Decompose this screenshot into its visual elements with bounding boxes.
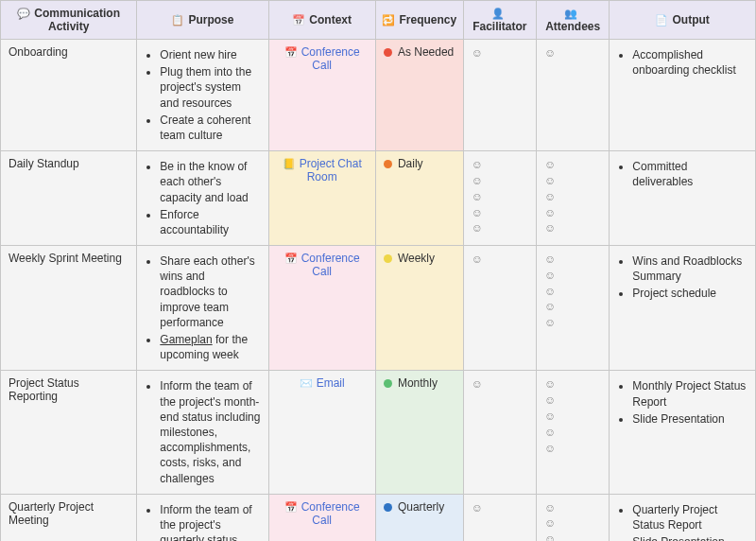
avatar-placeholder-icon: ☺ xyxy=(544,409,601,425)
output-cell: Wins and Roadblocks SummaryProject sched… xyxy=(610,246,756,371)
avatar-placeholder-icon: ☺ xyxy=(544,173,601,189)
header-context: 📅Context xyxy=(268,1,375,40)
conference-icon: 📅 xyxy=(284,46,298,58)
context-label: Project Chat Room xyxy=(300,157,362,183)
context-link[interactable]: 📒Project Chat Room xyxy=(277,157,368,183)
list-item: Plug them into the project's system and … xyxy=(160,64,260,111)
context-link[interactable]: 📅Conference Call xyxy=(277,500,368,527)
output-cell: Committed deliverables xyxy=(610,151,756,246)
avatar-placeholder-icon: ☺ xyxy=(472,500,528,516)
facilitator-cell: ☺ xyxy=(463,371,536,494)
attendees-cell: ☺☺☺☺☺ xyxy=(537,246,610,371)
activity-cell: Project Status Reporting xyxy=(1,371,137,494)
communication-matrix-table: 💬Communication Activity 📋Purpose 📅Contex… xyxy=(0,0,756,541)
avatar-placeholder-icon: ☺ xyxy=(472,205,528,221)
purpose-cell: Inform the team of the project's quarter… xyxy=(137,494,268,541)
purpose-cell: Be in the know of each other's capacity … xyxy=(137,151,268,246)
email-icon: ✉️ xyxy=(300,377,313,389)
context-cell: 📅Conference Call xyxy=(268,40,375,151)
avatar-placeholder-icon: ☺ xyxy=(544,532,601,541)
list-item: Enforce accountability xyxy=(160,207,260,237)
avatar-placeholder-icon: ☺ xyxy=(544,205,601,221)
frequency-dot-icon xyxy=(384,503,392,512)
context-cell: ✉️Email xyxy=(268,371,375,494)
header-facilitator: 👤Facilitator xyxy=(463,1,536,40)
avatar-placeholder-icon: ☺ xyxy=(544,284,601,300)
list-item: Create a coherent team culture xyxy=(160,113,260,143)
person-icon: 👤 xyxy=(491,8,505,19)
context-label: Conference Call xyxy=(301,45,360,72)
attendees-cell: ☺☺☺☺☺ xyxy=(537,371,610,494)
table-row: Weekly Sprint MeetingShare each other's … xyxy=(1,246,756,371)
attendees-cell: ☺☺☺☺☺ xyxy=(537,494,610,541)
context-link[interactable]: 📅Conference Call xyxy=(277,252,368,278)
frequency-cell: Weekly xyxy=(375,246,463,371)
list-item: Orient new hire xyxy=(160,47,260,62)
frequency-label: Weekly xyxy=(398,252,435,265)
table-row: OnboardingOrient new hirePlug them into … xyxy=(1,40,756,151)
frequency-dot-icon xyxy=(384,48,392,57)
attendees-cell: ☺ xyxy=(537,40,610,151)
list-item: Quarterly Project Status Report xyxy=(632,502,747,532)
context-label: Email xyxy=(317,376,345,390)
avatar-placeholder-icon: ☺ xyxy=(544,393,601,409)
table-header-row: 💬Communication Activity 📋Purpose 📅Contex… xyxy=(1,1,756,40)
purpose-cell: Share each other's wins and roadblocks t… xyxy=(137,246,268,371)
avatar-placeholder-icon: ☺ xyxy=(544,441,601,457)
avatar-placeholder-icon: ☺ xyxy=(472,189,528,205)
output-cell: Accomplished onboarding checklist xyxy=(610,40,756,151)
context-cell: 📒Project Chat Room xyxy=(268,151,375,246)
list-item: Slide Presentation xyxy=(632,534,747,541)
context-label: Conference Call xyxy=(301,500,360,527)
table-row: Quarterly Project MeetingInform the team… xyxy=(1,494,756,541)
context-cell: 📅Conference Call xyxy=(268,246,375,371)
table-row: Project Status ReportingInform the team … xyxy=(1,371,756,494)
chat-icon: 💬 xyxy=(17,8,30,19)
context-link[interactable]: ✉️Email xyxy=(277,376,368,390)
avatar-placeholder-icon: ☺ xyxy=(544,268,601,284)
header-activity: 💬Communication Activity xyxy=(1,1,137,40)
avatar-placeholder-icon: ☺ xyxy=(472,45,528,61)
frequency-dot-icon xyxy=(384,254,392,263)
list-item: Accomplished onboarding checklist xyxy=(632,47,747,78)
header-attendees: 👥Attendees xyxy=(537,1,610,40)
calendar-icon: 📅 xyxy=(292,14,305,26)
avatar-placeholder-icon: ☺ xyxy=(472,376,528,393)
frequency-cell: Monthly xyxy=(375,371,463,494)
frequency-cell: As Needed xyxy=(375,40,463,151)
frequency-cell: Quarterly xyxy=(375,494,463,541)
list-item: Share each other's wins and roadblocks t… xyxy=(160,253,260,330)
avatar-placeholder-icon: ☺ xyxy=(544,45,601,61)
avatar-placeholder-icon: ☺ xyxy=(544,425,601,441)
frequency-label: Quarterly xyxy=(398,500,444,514)
avatar-placeholder-icon: ☺ xyxy=(472,220,528,236)
facilitator-cell: ☺ xyxy=(463,246,536,371)
list-item: Project schedule xyxy=(632,286,747,301)
activity-cell: Weekly Sprint Meeting xyxy=(1,246,137,371)
avatar-placeholder-icon: ☺ xyxy=(544,515,601,532)
conference-icon: 📅 xyxy=(284,501,298,513)
document-icon: 📄 xyxy=(655,14,668,26)
purpose-cell: Orient new hirePlug them into the projec… xyxy=(137,40,268,151)
frequency-label: As Needed xyxy=(398,45,454,59)
avatar-placeholder-icon: ☺ xyxy=(544,376,601,393)
purpose-cell: Inform the team of the project's month-e… xyxy=(137,371,268,494)
avatar-placeholder-icon: ☺ xyxy=(544,315,601,331)
avatar-placeholder-icon: ☺ xyxy=(544,220,601,236)
avatar-placeholder-icon: ☺ xyxy=(472,157,528,173)
list-item: Wins and Roadblocks Summary xyxy=(632,253,747,284)
repeat-icon: 🔁 xyxy=(382,14,395,26)
context-cell: 📅Conference Call xyxy=(268,494,375,541)
header-purpose: 📋Purpose xyxy=(137,1,268,40)
avatar-placeholder-icon: ☺ xyxy=(544,500,601,516)
list-item: Slide Presentation xyxy=(632,411,747,427)
conference-icon: 📅 xyxy=(284,253,298,264)
people-icon: 👥 xyxy=(564,8,577,19)
context-link[interactable]: 📅Conference Call xyxy=(277,45,368,72)
avatar-placeholder-icon: ☺ xyxy=(544,252,601,268)
facilitator-cell: ☺☺☺☺☺ xyxy=(463,151,536,246)
avatar-placeholder-icon: ☺ xyxy=(544,189,601,205)
frequency-label: Monthly xyxy=(398,376,438,390)
attendees-cell: ☺☺☺☺☺ xyxy=(537,151,610,246)
context-label: Conference Call xyxy=(301,252,360,278)
